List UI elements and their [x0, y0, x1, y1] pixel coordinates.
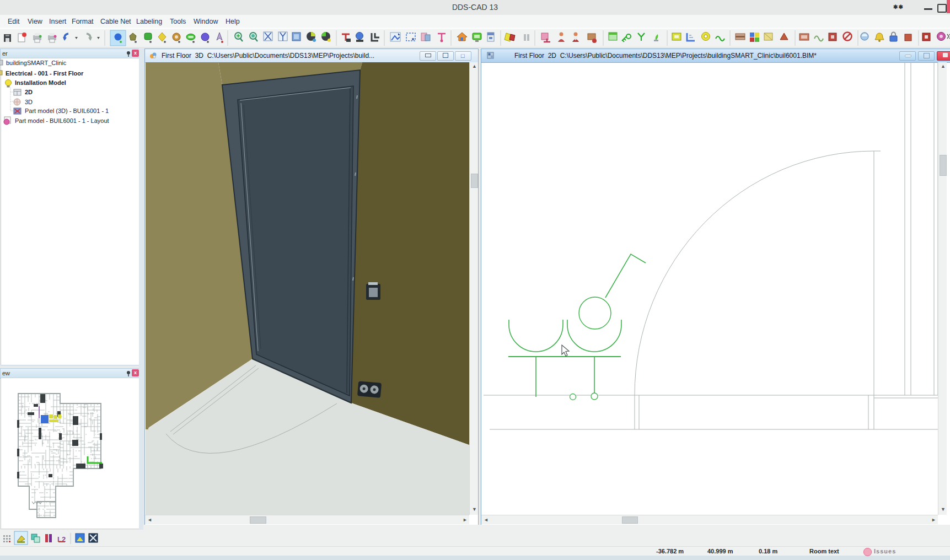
svg-text:3D: 3D: [25, 99, 33, 105]
svg-text:Part model (3D) - BUIL6001 - 1: Part model (3D) - BUIL6001 - 1: [25, 107, 109, 114]
svg-text:Electrical - 001 - First Floor: Electrical - 001 - First Floor: [6, 70, 84, 77]
svg-text:Part model - BUIL6001 - 1 - La: Part model - BUIL6001 - 1 - Layout: [15, 117, 109, 124]
svg-text:buildingSMART_Clinic: buildingSMART_Clinic: [6, 60, 67, 66]
svg-text:2D: 2D: [25, 89, 33, 95]
svg-text:Installation Model: Installation Model: [15, 79, 66, 86]
